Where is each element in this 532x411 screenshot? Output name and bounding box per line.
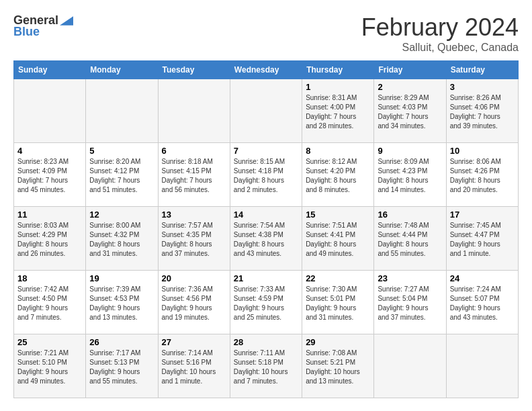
calendar-cell: 27Sunrise: 7:14 AM Sunset: 5:16 PM Dayli… <box>158 334 230 398</box>
logo-blue-text: Blue <box>13 25 40 39</box>
day-number: 7 <box>234 146 298 156</box>
calendar-week-row: 25Sunrise: 7:21 AM Sunset: 5:10 PM Dayli… <box>14 334 519 398</box>
day-number: 14 <box>234 210 298 220</box>
day-number: 5 <box>89 146 154 156</box>
calendar-cell: 29Sunrise: 7:08 AM Sunset: 5:21 PM Dayli… <box>302 334 374 398</box>
calendar-header-cell: Wednesday <box>230 61 302 79</box>
day-number: 23 <box>378 273 442 283</box>
calendar-cell: 21Sunrise: 7:33 AM Sunset: 4:59 PM Dayli… <box>230 271 302 334</box>
day-number: 17 <box>450 210 515 220</box>
day-number: 15 <box>306 210 370 220</box>
day-info: Sunrise: 7:21 AM Sunset: 5:10 PM Dayligh… <box>17 349 82 386</box>
day-info: Sunrise: 8:18 AM Sunset: 4:15 PM Dayligh… <box>162 157 226 195</box>
logo-icon <box>60 14 73 28</box>
day-info: Sunrise: 7:17 AM Sunset: 5:13 PM Dayligh… <box>89 349 154 386</box>
day-info: Sunrise: 7:57 AM Sunset: 4:35 PM Dayligh… <box>162 221 226 259</box>
calendar-cell: 25Sunrise: 7:21 AM Sunset: 5:10 PM Dayli… <box>14 334 86 398</box>
logo: General Blue <box>13 13 73 39</box>
day-number: 4 <box>17 146 82 156</box>
calendar-cell: 26Sunrise: 7:17 AM Sunset: 5:13 PM Dayli… <box>86 334 158 398</box>
header: General Blue February 2024 Salluit, Queb… <box>13 13 519 54</box>
day-info: Sunrise: 7:33 AM Sunset: 4:59 PM Dayligh… <box>234 285 298 322</box>
calendar-cell: 6Sunrise: 8:18 AM Sunset: 4:15 PM Daylig… <box>158 143 230 207</box>
day-info: Sunrise: 7:24 AM Sunset: 5:07 PM Dayligh… <box>450 285 515 322</box>
day-info: Sunrise: 7:36 AM Sunset: 4:56 PM Dayligh… <box>162 285 226 322</box>
day-info: Sunrise: 7:48 AM Sunset: 4:44 PM Dayligh… <box>378 221 442 259</box>
day-info: Sunrise: 8:06 AM Sunset: 4:26 PM Dayligh… <box>450 157 515 195</box>
calendar-cell: 7Sunrise: 8:15 AM Sunset: 4:18 PM Daylig… <box>230 143 302 207</box>
day-info: Sunrise: 7:30 AM Sunset: 5:01 PM Dayligh… <box>306 285 370 322</box>
calendar-cell: 11Sunrise: 8:03 AM Sunset: 4:29 PM Dayli… <box>14 207 86 271</box>
day-info: Sunrise: 7:27 AM Sunset: 5:04 PM Dayligh… <box>378 285 442 322</box>
day-info: Sunrise: 8:31 AM Sunset: 4:00 PM Dayligh… <box>306 93 370 131</box>
day-info: Sunrise: 7:51 AM Sunset: 4:41 PM Dayligh… <box>306 221 370 259</box>
day-info: Sunrise: 8:20 AM Sunset: 4:12 PM Dayligh… <box>89 157 154 195</box>
calendar-cell: 19Sunrise: 7:39 AM Sunset: 4:53 PM Dayli… <box>86 271 158 334</box>
svg-marker-0 <box>60 16 73 25</box>
day-number: 18 <box>17 273 82 283</box>
day-info: Sunrise: 8:29 AM Sunset: 4:03 PM Dayligh… <box>378 93 442 131</box>
calendar-cell <box>86 79 158 143</box>
day-number: 1 <box>306 82 370 92</box>
calendar-cell: 20Sunrise: 7:36 AM Sunset: 4:56 PM Dayli… <box>158 271 230 334</box>
day-number: 22 <box>306 273 370 283</box>
calendar-cell: 16Sunrise: 7:48 AM Sunset: 4:44 PM Dayli… <box>374 207 446 271</box>
calendar-cell <box>230 79 302 143</box>
day-info: Sunrise: 8:23 AM Sunset: 4:09 PM Dayligh… <box>17 157 82 195</box>
day-number: 21 <box>234 273 298 283</box>
day-info: Sunrise: 7:08 AM Sunset: 5:21 PM Dayligh… <box>306 349 370 386</box>
calendar-cell: 15Sunrise: 7:51 AM Sunset: 4:41 PM Dayli… <box>302 207 374 271</box>
day-number: 16 <box>378 210 442 220</box>
day-number: 6 <box>162 146 226 156</box>
calendar-cell: 1Sunrise: 8:31 AM Sunset: 4:00 PM Daylig… <box>302 79 374 143</box>
calendar-cell: 5Sunrise: 8:20 AM Sunset: 4:12 PM Daylig… <box>86 143 158 207</box>
calendar-cell: 22Sunrise: 7:30 AM Sunset: 5:01 PM Dayli… <box>302 271 374 334</box>
day-info: Sunrise: 7:42 AM Sunset: 4:50 PM Dayligh… <box>17 285 82 322</box>
day-info: Sunrise: 7:39 AM Sunset: 4:53 PM Dayligh… <box>89 285 154 322</box>
calendar-cell: 2Sunrise: 8:29 AM Sunset: 4:03 PM Daylig… <box>374 79 446 143</box>
day-info: Sunrise: 7:11 AM Sunset: 5:18 PM Dayligh… <box>234 349 298 386</box>
calendar-cell <box>158 79 230 143</box>
calendar-header-cell: Monday <box>86 61 158 79</box>
day-number: 2 <box>378 82 442 92</box>
day-number: 24 <box>450 273 515 283</box>
calendar-header-cell: Friday <box>374 61 446 79</box>
day-number: 9 <box>378 146 442 156</box>
day-info: Sunrise: 8:03 AM Sunset: 4:29 PM Dayligh… <box>17 221 82 259</box>
calendar-cell <box>14 79 86 143</box>
calendar-cell: 28Sunrise: 7:11 AM Sunset: 5:18 PM Dayli… <box>230 334 302 398</box>
day-info: Sunrise: 7:14 AM Sunset: 5:16 PM Dayligh… <box>162 349 226 386</box>
calendar-body: 1Sunrise: 8:31 AM Sunset: 4:00 PM Daylig… <box>14 79 519 398</box>
calendar-cell: 24Sunrise: 7:24 AM Sunset: 5:07 PM Dayli… <box>446 271 518 334</box>
day-number: 19 <box>89 273 154 283</box>
calendar-cell <box>446 334 518 398</box>
calendar-cell: 3Sunrise: 8:26 AM Sunset: 4:06 PM Daylig… <box>446 79 518 143</box>
calendar-week-row: 4Sunrise: 8:23 AM Sunset: 4:09 PM Daylig… <box>14 143 519 207</box>
calendar-cell: 23Sunrise: 7:27 AM Sunset: 5:04 PM Dayli… <box>374 271 446 334</box>
day-info: Sunrise: 8:12 AM Sunset: 4:20 PM Dayligh… <box>306 157 370 195</box>
calendar-week-row: 11Sunrise: 8:03 AM Sunset: 4:29 PM Dayli… <box>14 207 519 271</box>
calendar-cell: 8Sunrise: 8:12 AM Sunset: 4:20 PM Daylig… <box>302 143 374 207</box>
day-info: Sunrise: 8:09 AM Sunset: 4:23 PM Dayligh… <box>378 157 442 195</box>
day-number: 13 <box>162 210 226 220</box>
title-area: February 2024 Salluit, Quebec, Canada <box>361 13 519 54</box>
month-title: February 2024 <box>361 13 519 42</box>
calendar-cell: 12Sunrise: 8:00 AM Sunset: 4:32 PM Dayli… <box>86 207 158 271</box>
day-number: 29 <box>306 337 370 347</box>
calendar-header-cell: Saturday <box>446 61 518 79</box>
day-number: 11 <box>17 210 82 220</box>
calendar-week-row: 1Sunrise: 8:31 AM Sunset: 4:00 PM Daylig… <box>14 79 519 143</box>
day-info: Sunrise: 8:15 AM Sunset: 4:18 PM Dayligh… <box>234 157 298 195</box>
calendar-table: SundayMondayTuesdayWednesdayThursdayFrid… <box>13 60 519 398</box>
calendar-cell: 4Sunrise: 8:23 AM Sunset: 4:09 PM Daylig… <box>14 143 86 207</box>
day-number: 25 <box>17 337 82 347</box>
day-info: Sunrise: 7:54 AM Sunset: 4:38 PM Dayligh… <box>234 221 298 259</box>
calendar-cell: 17Sunrise: 7:45 AM Sunset: 4:47 PM Dayli… <box>446 207 518 271</box>
day-info: Sunrise: 8:00 AM Sunset: 4:32 PM Dayligh… <box>89 221 154 259</box>
calendar-week-row: 18Sunrise: 7:42 AM Sunset: 4:50 PM Dayli… <box>14 271 519 334</box>
calendar-cell: 9Sunrise: 8:09 AM Sunset: 4:23 PM Daylig… <box>374 143 446 207</box>
day-number: 28 <box>234 337 298 347</box>
day-number: 12 <box>89 210 154 220</box>
calendar-header-row: SundayMondayTuesdayWednesdayThursdayFrid… <box>14 61 519 79</box>
day-number: 3 <box>450 82 515 92</box>
